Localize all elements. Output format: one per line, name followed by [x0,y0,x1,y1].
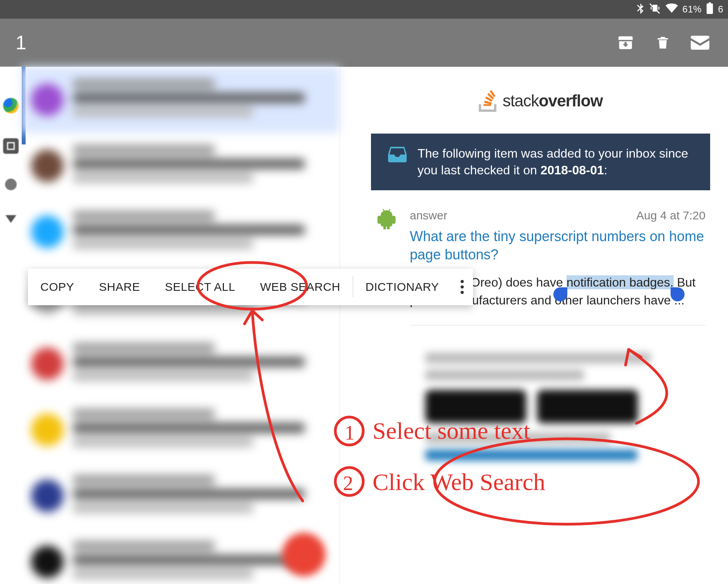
list-item[interactable] [22,331,340,397]
answer-title-link[interactable]: What are the tiny superscript numbers on… [410,228,705,264]
list-item[interactable] [22,199,340,265]
share-menu-item[interactable]: SHARE [87,269,153,305]
battery-icon [706,2,713,16]
app-store-badge[interactable] [425,390,526,423]
inbox-banner: The following item was added to your inb… [371,134,710,190]
promo-link[interactable] [425,450,637,461]
rail-icon[interactable] [3,98,19,113]
overflow-menu-button[interactable] [451,280,473,294]
selection-action-bar: 1 [0,19,728,67]
clock-fragment: 6 [718,4,723,15]
android-status-bar: 61% 6 [0,0,728,19]
selection-handle-end[interactable] [671,287,685,301]
answer-timestamp: Aug 4 at 7:20 [636,209,705,222]
promo-area [410,353,705,461]
brand-stack: stack [503,92,539,110]
web-search-menu-item[interactable]: WEB SEARCH [248,269,353,305]
left-rail [0,67,22,584]
inbox-icon [388,147,407,162]
android-icon [376,209,399,460]
text-selection-menu: COPY SHARE SELECT ALL WEB SEARCH DICTION… [28,269,473,305]
rail-icon[interactable] [5,215,16,223]
rail-icon[interactable] [5,179,17,190]
delete-button[interactable] [650,30,675,55]
list-item[interactable] [22,133,340,199]
battery-percent: 61% [683,4,702,15]
archive-button[interactable] [613,30,638,55]
list-item[interactable] [22,67,340,133]
bluetooth-icon [636,2,645,16]
mark-read-button[interactable] [688,30,712,55]
play-store-badge[interactable] [537,390,638,423]
list-item[interactable] [22,463,340,529]
list-item[interactable] [22,397,340,463]
divider [410,325,705,325]
banner-date: 2018-08-01 [541,163,604,177]
selected-text[interactable]: notification badges. [567,275,674,289]
brand-overflow: overflow [539,92,603,110]
banner-post: : [604,163,607,177]
rail-icon[interactable] [3,138,19,154]
answer-label: answer [410,209,447,222]
stackoverflow-logo: stackoverflow [371,90,710,112]
email-list[interactable] [22,67,340,584]
message-content[interactable]: stackoverflow The following item was add… [340,67,728,584]
copy-menu-item[interactable]: COPY [28,269,87,305]
dictionary-menu-item[interactable]: DICTIONARY [353,269,451,305]
vibrate-mute-icon [649,2,661,16]
selection-handle-start[interactable] [553,287,567,301]
selection-count: 1 [16,31,601,54]
compose-fab[interactable] [282,533,326,576]
wifi-icon [666,3,678,16]
select-all-menu-item[interactable]: SELECT ALL [153,269,248,305]
